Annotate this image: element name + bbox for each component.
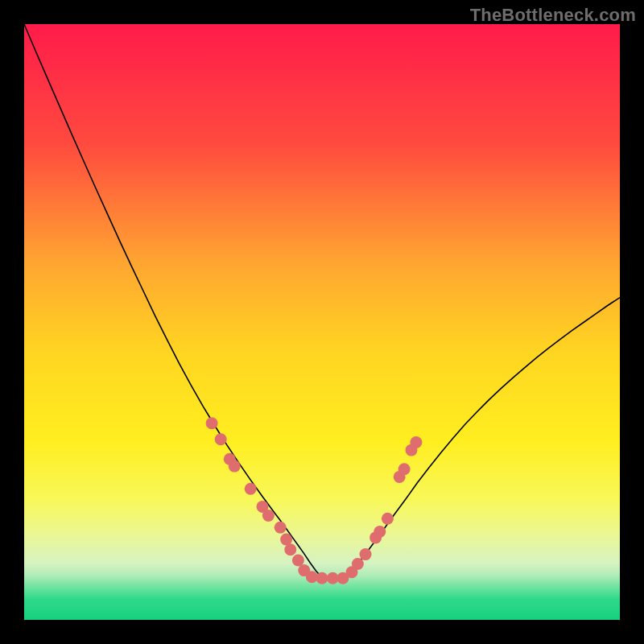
data-dot (275, 522, 287, 534)
gradient-background (24, 24, 620, 620)
data-dot (360, 548, 372, 560)
chart-svg (24, 24, 620, 620)
watermark-text: TheBottleneck.com (470, 5, 636, 26)
data-dot (316, 572, 328, 584)
data-dot (398, 463, 411, 475)
data-dot (410, 436, 422, 448)
data-dot (206, 417, 218, 429)
data-dot (284, 543, 296, 555)
data-dot (229, 460, 241, 473)
data-dot (374, 526, 386, 538)
data-dot (292, 555, 304, 567)
data-dot (245, 483, 257, 495)
plot-area (24, 24, 620, 620)
data-dot (262, 510, 275, 522)
data-dot (382, 513, 394, 525)
data-dot (352, 558, 364, 570)
chart-stage: TheBottleneck.com (0, 0, 644, 644)
data-dot (215, 433, 227, 445)
